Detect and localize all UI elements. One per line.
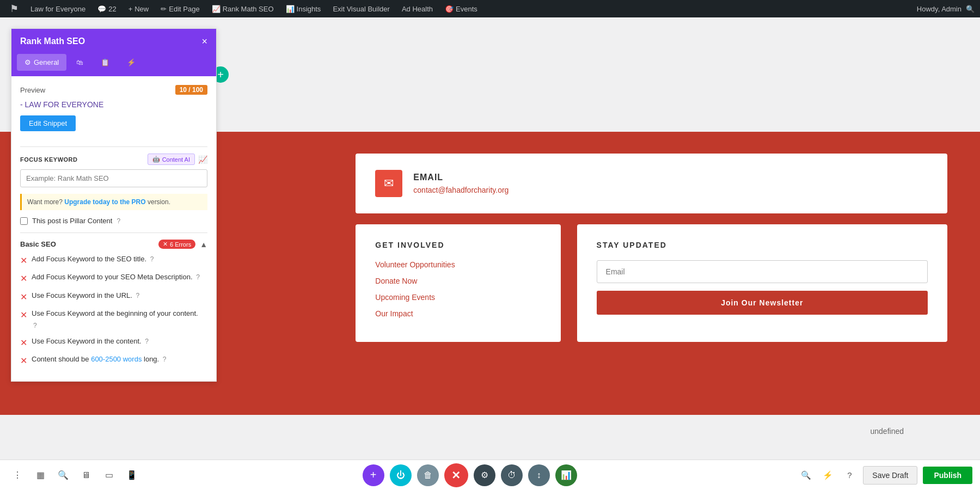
center-timer-button[interactable]: ⏱ bbox=[501, 464, 523, 486]
divider-1 bbox=[20, 146, 207, 147]
insights-item[interactable]: 📊 Insights bbox=[281, 0, 326, 17]
content-ai-button[interactable]: 🤖 Content AI bbox=[148, 154, 195, 165]
center-analytics-button[interactable]: 📊 bbox=[555, 464, 577, 486]
center-delete-button[interactable]: 🗑 bbox=[417, 464, 439, 486]
preview-label: Preview bbox=[20, 86, 45, 94]
new-label: New bbox=[134, 5, 149, 13]
chevron-up-icon[interactable]: ▲ bbox=[200, 240, 207, 249]
ai-icon: 🤖 bbox=[152, 156, 160, 163]
pillar-content-row: This post is Pillar Content ? bbox=[20, 217, 207, 225]
events-link[interactable]: Upcoming Events bbox=[375, 293, 541, 302]
center-add-button[interactable]: + bbox=[363, 464, 384, 486]
donate-link[interactable]: Donate Now bbox=[375, 277, 541, 285]
comments-count: 22 bbox=[108, 5, 116, 13]
tab-advanced[interactable]: ⚡ bbox=[119, 54, 143, 71]
events-item[interactable]: 🎯 Events bbox=[440, 0, 482, 17]
trend-icon[interactable]: 📈 bbox=[198, 155, 207, 164]
new-item[interactable]: + New bbox=[124, 0, 154, 17]
upgrade-link[interactable]: Upgrade today to the PRO bbox=[64, 198, 145, 206]
wp-logo-icon: ⚑ bbox=[10, 3, 19, 15]
rank-math-icon: 📈 bbox=[212, 5, 220, 13]
toolbar-desktop-button[interactable]: 🖥 bbox=[76, 465, 96, 485]
toolbar-right-bolt-icon[interactable]: ⚡ bbox=[819, 467, 836, 483]
seo-item-text-6: Content should be 600-2500 words long. ? bbox=[32, 354, 207, 364]
howdy-text: Howdy, Admin bbox=[917, 5, 961, 13]
center-close-button[interactable]: ✕ bbox=[444, 463, 468, 487]
admin-bar-right: Howdy, Admin 🔍 bbox=[917, 5, 975, 13]
error-icon-3: ✕ bbox=[20, 291, 27, 303]
seo-item-text-1: Add Focus Keyword to the SEO title. ? bbox=[32, 254, 207, 264]
center-resize-button[interactable]: ↕ bbox=[528, 464, 550, 486]
basic-seo-header[interactable]: Basic SEO ✕ 6 Errors ▲ bbox=[20, 240, 207, 249]
comment-icon: 💬 bbox=[97, 5, 106, 13]
site-name: Law for Everyone bbox=[30, 5, 85, 13]
comments-item[interactable]: 💬 22 bbox=[93, 0, 120, 17]
toolbar-right-search-icon[interactable]: 🔍 bbox=[798, 467, 814, 483]
seo-help-1[interactable]: ? bbox=[150, 255, 154, 263]
center-power-button[interactable]: ⏻ bbox=[390, 464, 412, 486]
error-icon-6: ✕ bbox=[20, 355, 27, 367]
volunteer-link[interactable]: Volunteer Opportunities bbox=[375, 260, 541, 269]
toolbar-right-help-icon[interactable]: ? bbox=[841, 467, 857, 483]
toolbar-grid-button[interactable]: ▦ bbox=[30, 465, 50, 485]
newsletter-button[interactable]: Join Our Newsletter bbox=[597, 291, 928, 315]
toolbar-center: + ⏻ 🗑 ✕ ⚙ ⏱ ↕ 📊 bbox=[142, 463, 798, 487]
exit-visual-builder-item[interactable]: Exit Visual Builder bbox=[328, 0, 394, 17]
wp-logo-item[interactable]: ⚑ bbox=[5, 0, 23, 17]
rank-math-item[interactable]: 📈 Rank Math SEO bbox=[207, 0, 278, 17]
divider-2 bbox=[20, 232, 207, 233]
center-settings-button[interactable]: ⚙ bbox=[474, 464, 495, 486]
get-involved-card: GET INVOLVED Volunteer Opportunities Don… bbox=[356, 224, 560, 342]
content-ai-label: Content AI bbox=[162, 156, 190, 163]
word-count-link[interactable]: 600-2500 words bbox=[91, 355, 142, 363]
bottom-section: GET INVOLVED Volunteer Opportunities Don… bbox=[356, 224, 947, 342]
seo-item-3: ✕ Use Focus Keyword in the URL. ? bbox=[20, 291, 207, 303]
pillar-help-icon[interactable]: ? bbox=[117, 217, 120, 225]
pillar-content-checkbox[interactable] bbox=[20, 217, 28, 225]
seo-item-text-5: Use Focus Keyword in the content. ? bbox=[32, 336, 207, 346]
email-card-title: EMAIL bbox=[413, 173, 509, 182]
ad-health-item[interactable]: Ad Health bbox=[397, 0, 437, 17]
pillar-content-label: This post is Pillar Content bbox=[32, 217, 112, 225]
impact-link[interactable]: Our Impact bbox=[375, 309, 541, 318]
edit-icon: ✏ bbox=[161, 5, 167, 13]
preview-site-title: - LAW FOR EVERYONE bbox=[20, 100, 207, 109]
toolbar-menu-button[interactable]: ⋮ bbox=[8, 465, 27, 485]
edit-snippet-button[interactable]: Edit Snippet bbox=[20, 115, 76, 131]
seo-help-6[interactable]: ? bbox=[163, 356, 167, 363]
tab-schema[interactable]: 📋 bbox=[93, 54, 117, 71]
seo-help-3[interactable]: ? bbox=[136, 292, 140, 299]
edit-page-item[interactable]: ✏ Edit Page bbox=[156, 0, 204, 17]
canvas-right-col: ✉ EMAIL contact@fahadforcharity.org GET … bbox=[356, 154, 947, 393]
seo-help-2[interactable]: ? bbox=[196, 273, 200, 281]
tab-social[interactable]: 🛍 bbox=[69, 54, 91, 71]
bottom-toolbar: ⋮ ▦ 🔍 🖥 ▭ 📱 + ⏻ 🗑 ✕ ⚙ ⏱ ↕ 📊 🔍 ⚡ ? Save D… bbox=[0, 460, 980, 490]
seo-help-4[interactable]: ? bbox=[33, 322, 37, 329]
insights-icon: 📊 bbox=[286, 5, 295, 13]
tab-general[interactable]: ⚙ General bbox=[17, 54, 66, 71]
toolbar-mobile-button[interactable]: 📱 bbox=[122, 465, 142, 485]
focus-keyword-input[interactable] bbox=[20, 169, 207, 187]
admin-bar: ⚑ Law for Everyone 💬 22 + New ✏ Edit Pag… bbox=[0, 0, 980, 17]
plus-icon: + bbox=[128, 5, 133, 13]
rankmath-close-button[interactable]: × bbox=[201, 36, 207, 46]
search-icon[interactable]: 🔍 bbox=[966, 5, 975, 13]
upgrade-text: Want more? bbox=[27, 198, 63, 206]
focus-keyword-label: FOCUS KEYWORD bbox=[20, 156, 78, 163]
get-involved-title: GET INVOLVED bbox=[375, 241, 541, 249]
stay-updated-title: STAY UPDATED bbox=[597, 241, 928, 249]
toolbar-tablet-button[interactable]: ▭ bbox=[99, 465, 119, 485]
advanced-icon: ⚡ bbox=[127, 58, 136, 66]
errors-badge: ✕ 6 Errors bbox=[158, 240, 195, 249]
seo-item-1: ✕ Add Focus Keyword to the SEO title. ? bbox=[20, 254, 207, 267]
upgrade-banner: Want more? Upgrade today to the PRO vers… bbox=[20, 194, 207, 210]
schema-icon: 📋 bbox=[101, 58, 109, 66]
seo-item-text-2: Add Focus Keyword to your SEO Meta Descr… bbox=[32, 272, 207, 282]
save-draft-button[interactable]: Save Draft bbox=[863, 466, 917, 485]
toolbar-search-button[interactable]: 🔍 bbox=[53, 465, 73, 485]
basic-seo-right: ✕ 6 Errors ▲ bbox=[158, 240, 207, 249]
newsletter-email-input[interactable] bbox=[597, 260, 928, 283]
seo-help-5[interactable]: ? bbox=[145, 338, 149, 345]
publish-button[interactable]: Publish bbox=[923, 467, 972, 484]
site-name-item[interactable]: Law for Everyone bbox=[26, 0, 90, 17]
